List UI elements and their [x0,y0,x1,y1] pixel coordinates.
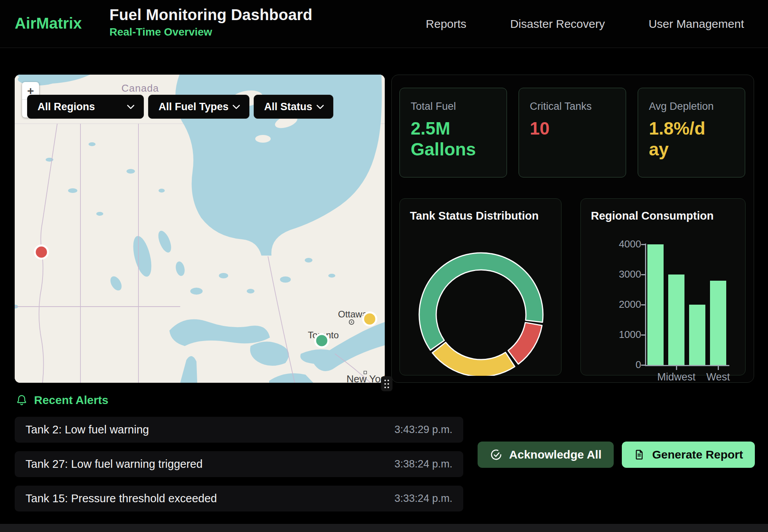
stat-value: 10 [530,118,615,139]
top-nav: Reports Disaster Recovery User Managemen… [426,17,744,31]
alert-row: Tank 15: Pressure threshold exceeded 3:3… [15,486,463,512]
brand-logo: AirMatrix [15,15,82,32]
acknowledge-all-label: Acknowledge All [509,448,602,461]
alert-text: Tank 15: Pressure threshold exceeded [26,492,217,505]
y-tick-mark [641,365,645,366]
tank-marker-warning[interactable] [363,312,376,326]
x-axis-line [645,365,729,366]
tank-marker-critical[interactable] [35,246,48,259]
recent-alerts-title: Recent Alerts [34,394,108,407]
bottom-edge-strip [0,524,768,532]
y-tick-mark [641,334,645,336]
stat-value: 1.8%/day [649,118,707,160]
acknowledge-all-button[interactable]: Acknowledge All [478,442,614,468]
y-tick-label: 1000 [587,329,641,341]
x-tick-mark [676,366,677,370]
y-tick-mark [641,304,645,305]
alert-row: Tank 27: Low fuel warning triggered 3:38… [15,451,463,477]
map-panel: Canada Ottawa Toronto New York + − All R… [15,75,385,383]
page-subtitle: Real-Time Overview [109,26,312,38]
stat-card-total-fuel: Total Fuel 2.5M Gallons [399,88,507,177]
nav-reports[interactable]: Reports [426,17,466,31]
x-tick-label: West [691,371,745,383]
bar-West [710,281,726,365]
alert-text: Tank 2: Low fuel warning [26,423,149,436]
ottawa-town-dot [351,321,352,323]
recent-alerts-heading: Recent Alerts [15,394,108,407]
status-filter-dropdown[interactable]: All Status [254,95,333,119]
chevron-down-icon [232,104,241,109]
map-resize-handle[interactable] [381,376,393,391]
alert-timestamp: 3:38:24 p.m. [394,458,452,470]
chevron-down-icon [316,104,324,109]
bar-Midwest [668,275,684,365]
tank-marker-normal[interactable] [315,334,328,347]
donut-segment-critical [508,322,542,364]
status-filter-value: All Status [264,101,312,113]
x-tick-mark [718,366,719,370]
nav-disaster-recovery[interactable]: Disaster Recovery [510,17,605,31]
regional-consumption-bar-chart: 01000200030004000MidwestWest [581,199,746,376]
generate-report-label: Generate Report [652,448,743,461]
alert-row: Tank 2: Low fuel warning 3:43:29 p.m. [15,417,463,443]
map-label-new-york: New York [346,373,385,383]
y-tick-label: 2000 [587,298,641,310]
bar-region-3 [689,305,705,365]
bar-region-1 [647,244,664,365]
region-filter-dropdown[interactable]: All Regions [27,95,144,119]
y-tick-label: 4000 [587,238,641,250]
alert-timestamp: 3:43:29 p.m. [394,424,452,436]
alert-text: Tank 27: Low fuel warning triggered [26,458,203,471]
check-circle-icon [490,448,502,461]
stat-card-critical-tanks: Critical Tanks 10 [519,88,626,177]
fuel-type-filter-dropdown[interactable]: All Fuel Types [148,95,249,119]
report-document-icon [633,449,645,460]
metrics-panel: Total Fuel 2.5M Gallons Critical Tanks 1… [391,75,754,383]
map-filters: All Regions All Fuel Types All Status [27,95,333,119]
stat-card-avg-depletion: Avg Depletion 1.8%/day [638,88,745,177]
chart-title: Tank Status Distribution [410,210,539,222]
bell-icon [15,394,28,406]
chevron-down-icon [126,104,135,109]
stat-value: 2.5M Gallons [411,118,496,160]
title-block: Fuel Monitoring Dashboard Real-Time Over… [109,6,312,38]
fuel-type-filter-value: All Fuel Types [159,101,229,113]
stat-label: Avg Depletion [649,101,734,113]
tank-status-chart-card: Tank Status Distribution [399,198,561,375]
generate-report-button[interactable]: Generate Report [622,442,755,468]
map-canvas[interactable]: Canada Ottawa Toronto New York [15,75,385,383]
nav-user-management[interactable]: User Management [649,17,744,31]
stat-label: Critical Tanks [530,101,615,113]
y-tick-mark [641,244,645,245]
alert-timestamp: 3:33:24 p.m. [394,493,452,505]
map-label-canada: Canada [121,82,159,94]
regional-consumption-chart-card: Regional Consumption 01000200030004000Mi… [580,198,746,375]
stat-label: Total Fuel [411,101,496,113]
y-tick-mark [641,274,645,275]
region-filter-value: All Regions [38,101,95,113]
page-title: Fuel Monitoring Dashboard [109,6,312,24]
app-header: AirMatrix Fuel Monitoring Dashboard Real… [0,0,768,48]
donut-segment-warning [432,342,515,376]
y-tick-label: 3000 [587,268,641,280]
y-tick-label: 0 [587,359,641,371]
tank-status-donut-chart [400,199,562,376]
